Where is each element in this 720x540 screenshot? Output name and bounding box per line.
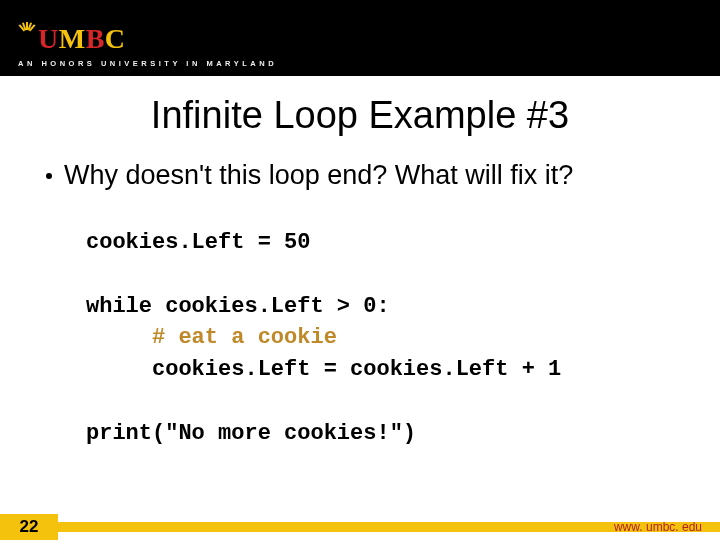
slide-number: 22	[20, 517, 39, 537]
logo-letter-b: B	[86, 23, 105, 55]
code-line: while cookies.Left > 0:	[86, 294, 390, 319]
logo-burst-icon	[18, 20, 36, 38]
logo-letter-m: M	[59, 23, 86, 55]
slide: U M B C AN HONORS UNIVERSITY IN MARYLAND…	[0, 0, 720, 540]
umbc-logo: U M B C	[18, 23, 702, 55]
code-comment: # eat a cookie	[86, 325, 337, 350]
bullet-dot-icon	[46, 173, 52, 179]
tagline: AN HONORS UNIVERSITY IN MARYLAND	[18, 59, 702, 68]
slide-content: Infinite Loop Example #3 Why doesn't thi…	[0, 76, 720, 540]
footer: 22 www. umbc. edu	[0, 514, 720, 540]
slide-title: Infinite Loop Example #3	[40, 94, 680, 137]
code-line: print("No more cookies!")	[86, 421, 416, 446]
logo-letter-c: C	[105, 23, 126, 55]
logo-letter-u: U	[38, 23, 59, 55]
bullet-item: Why doesn't this loop end? What will fix…	[40, 159, 680, 193]
bullet-text: Why doesn't this loop end? What will fix…	[64, 159, 573, 193]
footer-url: www. umbc. edu	[614, 520, 702, 534]
slide-number-box: 22	[0, 514, 58, 540]
header-bar: U M B C AN HONORS UNIVERSITY IN MARYLAND	[0, 0, 720, 76]
code-line: cookies.Left = 50	[86, 230, 310, 255]
code-block: cookies.Left = 50 while cookies.Left > 0…	[40, 227, 680, 450]
code-line: cookies.Left = cookies.Left + 1	[86, 357, 561, 382]
